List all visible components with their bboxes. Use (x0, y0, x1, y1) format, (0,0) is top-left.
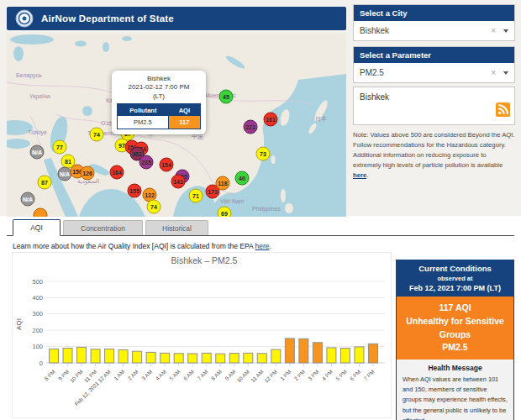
map[interactable]: БеларусьУкраїнаTürkiyeКазахстанO'zbekist… (7, 34, 346, 217)
learn-more-link[interactable]: here (255, 242, 270, 250)
aqi-bar[interactable] (105, 349, 114, 363)
x-tick-label: 12 PM (263, 369, 278, 384)
select-city-label: Select a City (354, 5, 514, 21)
city-clear-icon[interactable]: × (491, 27, 496, 35)
x-tick-label: 6 PM (349, 369, 362, 382)
parameter-clear-icon[interactable]: × (491, 69, 496, 77)
x-tick-label: 2 AM (127, 369, 139, 381)
aqi-marker[interactable]: 69 (218, 207, 232, 218)
aqi-marker[interactable]: 73 (256, 147, 271, 161)
aqi-marker[interactable]: 40 (235, 171, 250, 186)
aqi-bar[interactable] (271, 349, 281, 363)
y-tick-label: 0 (39, 360, 43, 367)
aqi-bar[interactable] (355, 347, 364, 363)
aqi-note-suffix: . (366, 171, 368, 179)
x-tick-label: 4 PM (321, 369, 334, 382)
aqi-marker[interactable]: 71 (189, 189, 203, 203)
aqi-marker[interactable]: 164 (110, 165, 124, 180)
x-tick-label: 10 PM (69, 369, 84, 384)
city-select[interactable]: Bishkek × (354, 21, 514, 40)
aqi-marker[interactable]: 118 (216, 176, 230, 191)
aqi-bar[interactable] (216, 354, 225, 363)
aqi-bar[interactable] (161, 353, 170, 363)
tab-bar: AQI Concentration Historical (7, 219, 514, 236)
aqi-marker[interactable]: 126 (81, 166, 95, 181)
aqi-marker[interactable]: 143 (171, 175, 186, 189)
popup-col-aqi: AQI (169, 104, 200, 116)
aqi-status-block: 117 AQI Unhealthy for Sensitive Groups P… (397, 297, 513, 360)
parameter-chevron-down-icon[interactable] (503, 71, 508, 75)
aqi-marker[interactable]: 221 (244, 120, 258, 134)
aqi-marker[interactable]: 45 (219, 90, 234, 104)
aqi-marker[interactable]: 154 (160, 158, 174, 172)
x-tick-label: 2 PM (293, 369, 307, 382)
y-axis-label: AQI (15, 318, 23, 330)
aqi-marker[interactable]: 235 (139, 155, 154, 170)
current-conditions-title: Current Conditions (398, 264, 512, 273)
rss-icon (496, 102, 510, 117)
aqi-marker[interactable]: 155 (128, 184, 142, 198)
aqi-bar[interactable] (91, 349, 100, 363)
aqi-bar[interactable] (202, 353, 211, 363)
map-popup: Bishkek 2021-02-12 7:00 PM (LT) Pollutan… (112, 71, 206, 134)
y-tick-label: 300 (32, 310, 43, 318)
aqi-bar[interactable] (188, 354, 197, 363)
rss-feed-button[interactable] (496, 102, 510, 120)
aqi-bar[interactable] (77, 347, 87, 363)
current-conditions-header: Current Conditions observed at Feb 12, 2… (397, 260, 513, 297)
aqi-bar[interactable] (244, 353, 253, 363)
x-tick-label: 7 PM (362, 369, 376, 382)
x-tick-label: 7 AM (196, 369, 208, 381)
aqi-bar[interactable] (146, 352, 155, 363)
aqi-marker[interactable]: N/A (30, 145, 45, 160)
current-conditions-panel: Current Conditions observed at Feb 12, 2… (396, 260, 514, 420)
aqi-marker[interactable]: N/A (21, 192, 35, 207)
city-chevron-down-icon[interactable] (503, 29, 508, 33)
x-tick-label: 8 AM (210, 369, 223, 381)
tab-concentration[interactable]: Concentration (63, 220, 143, 235)
city-select-value: Bishkek (360, 26, 389, 35)
app-header: AirNow Department of State (7, 7, 346, 30)
aqi-marker[interactable]: 74 (147, 200, 161, 214)
aqi-bar[interactable] (133, 351, 142, 363)
aqi-marker[interactable] (34, 208, 48, 218)
department-of-state-seal-icon (15, 9, 34, 28)
aqi-bar[interactable] (340, 349, 350, 363)
aqi-value-line: 117 AQI (399, 302, 511, 315)
x-tick-label: 8 PM (43, 369, 56, 382)
select-parameter-label: Select a Parameter (354, 47, 514, 63)
aqi-marker[interactable]: 74 (90, 128, 104, 142)
aqi-bar[interactable] (229, 354, 239, 363)
tab-historical[interactable]: Historical (145, 220, 208, 235)
aqi-bar[interactable] (50, 349, 59, 363)
aqi-bar[interactable] (285, 339, 294, 363)
health-message-title: Health Message (403, 364, 508, 372)
aqi-bar[interactable] (63, 349, 72, 363)
aqi-category: Unhealthy for Sensitive Groups (399, 315, 511, 342)
y-tick-label: 200 (32, 327, 43, 334)
parameter-select[interactable]: PM2.5 × (354, 63, 514, 82)
health-message-text: When AQI values are between 101 and 150,… (403, 375, 508, 420)
aqi-bar[interactable] (368, 344, 377, 363)
aqi-marker[interactable]: 77 (53, 140, 67, 155)
tab-aqi[interactable]: AQI (13, 219, 61, 236)
aqi-note-text: Note: Values above 500 are considered Be… (353, 131, 515, 169)
aqi-marker[interactable]: 161 (264, 113, 278, 127)
x-tick-label: 4 AM (155, 369, 167, 381)
aqi-note: Note: Values above 500 are considered Be… (353, 130, 515, 181)
observed-at-datetime: Feb 12, 2021 7:00 PM (LT) (398, 284, 512, 292)
aqi-note-link[interactable]: here (353, 171, 366, 179)
popup-timezone: (LT) (117, 92, 201, 101)
popup-city: Bishkek (117, 75, 201, 83)
aqi-bar[interactable] (327, 348, 336, 363)
aqi-bar[interactable] (257, 354, 266, 363)
observed-at-label: observed at (398, 275, 512, 282)
aqi-bar[interactable] (313, 343, 322, 363)
aqi-bar[interactable] (118, 349, 128, 363)
aqi-bar[interactable] (174, 354, 183, 363)
y-tick-label: 100 (32, 343, 43, 350)
y-tick-label: 400 (32, 294, 43, 302)
parameter-select-value: PM2.5 (360, 68, 384, 77)
aqi-bar[interactable] (299, 339, 308, 363)
aqi-marker[interactable]: 87 (38, 176, 52, 190)
